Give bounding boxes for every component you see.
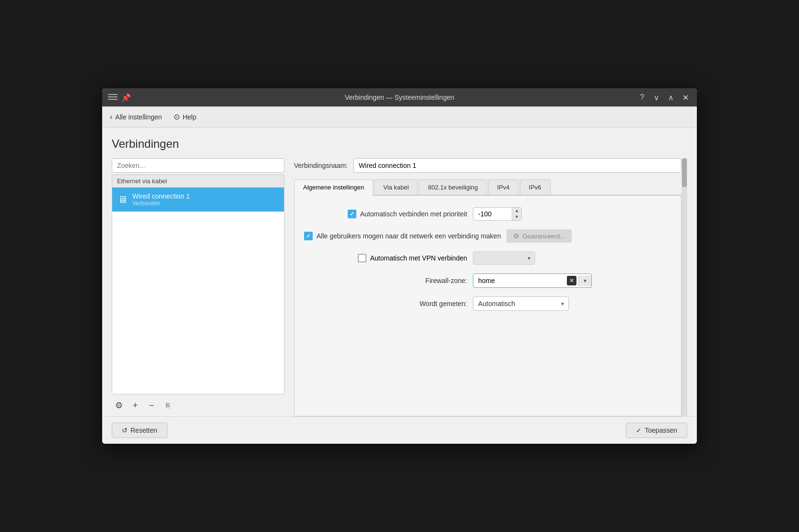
maximize-button[interactable]: ∧ <box>665 92 677 103</box>
auto-connect-label: Automatisch verbinden met prioriteit <box>360 210 467 218</box>
all-users-label: Alle gebruikers mogen naar dit netwerk e… <box>317 232 501 240</box>
main-content: Verbindingen Ethernet via kabel 🖥 Wired … <box>102 128 697 416</box>
layout: Ethernet via kabel 🖥 Wired connection 1 … <box>112 158 687 416</box>
tab-algemeen[interactable]: Algemene instellingen <box>294 179 373 196</box>
left-panel: Ethernet via kabel 🖥 Wired connection 1 … <box>112 158 284 416</box>
vpn-select[interactable] <box>473 251 535 265</box>
remove-connection-button[interactable]: − <box>144 398 159 413</box>
connection-name-label: Verbindingsnaam: <box>294 162 348 169</box>
firewall-clear-button[interactable]: ✕ <box>567 276 576 285</box>
connection-name-row: Verbindingsnaam: <box>294 158 682 173</box>
tab-kabel[interactable]: Via kabel <box>374 179 418 195</box>
connection-name-input[interactable] <box>353 158 682 173</box>
ethernet-icon: 🖥 <box>118 194 128 205</box>
page-title: Verbindingen <box>112 137 687 151</box>
connection-name: Wired connection 1 <box>132 192 190 200</box>
connection-group-label: Ethernet via kabel <box>112 175 284 188</box>
firewall-input[interactable] <box>473 274 567 287</box>
scrollbar[interactable] <box>682 158 687 416</box>
scrollbar-thumb <box>682 158 687 187</box>
connection-list: Ethernet via kabel 🖥 Wired connection 1 … <box>112 175 284 394</box>
all-users-row: Alle gebruikers mogen naar dit netwerk e… <box>304 229 671 243</box>
apply-button[interactable]: ✓ Toepassen <box>626 423 687 438</box>
tabs: Algemene instellingen Via kabel 802.1x b… <box>294 179 682 196</box>
titlebar-left: 📌 <box>108 93 131 102</box>
auto-connect-label-area: Automatisch verbinden met prioriteit <box>304 210 467 218</box>
vpn-checkbox[interactable] <box>358 254 366 262</box>
connection-info: Wired connection 1 Verbonden <box>132 192 190 207</box>
help-label: Help <box>183 113 197 121</box>
list-item[interactable]: 🖥 Wired connection 1 Verbonden <box>112 188 284 212</box>
metered-label-area: Wordt gemeten: <box>304 300 467 307</box>
help-circle-icon: ⊙ <box>174 112 180 121</box>
tab-content-algemeen: Automatisch verbinden met prioriteit ▲ ▼ <box>294 196 682 416</box>
metered-row: Wordt gemeten: Automatisch Ja Nee ▼ <box>304 296 671 311</box>
window-title: Verbindingen — Systeeminstellingen <box>345 94 454 101</box>
minimize-button[interactable]: ∨ <box>651 92 662 103</box>
metered-label: Wordt gemeten: <box>420 300 467 307</box>
help-button[interactable]: ? <box>636 92 648 103</box>
titlebar: 📌 Verbindingen — Systeeminstellingen ? ∨… <box>102 88 697 106</box>
spin-down-button[interactable]: ▼ <box>512 214 521 220</box>
main-window: 📌 Verbindingen — Systeeminstellingen ? ∨… <box>102 88 697 444</box>
metered-dropdown-wrapper: Automatisch Ja Nee ▼ <box>473 296 569 311</box>
settings-icon-button[interactable]: ⚙ <box>112 398 126 413</box>
help-toolbar-button[interactable]: ⊙ Help <box>174 112 197 121</box>
app-icon <box>108 94 118 101</box>
titlebar-controls: ? ∨ ∧ ✕ <box>636 92 691 103</box>
firewall-dropdown-button[interactable]: ▼ <box>578 275 591 286</box>
vpn-label-area: Automatisch met VPN verbinden <box>304 254 467 262</box>
toolbar: ‹ Alle instellingen ⊙ Help <box>102 106 697 128</box>
apply-label: Toepassen <box>645 426 677 434</box>
firewall-row: Firewall-zone: ✕ ▼ <box>304 273 671 288</box>
firewall-input-wrap: ✕ ▼ <box>473 273 592 288</box>
add-connection-button[interactable]: + <box>128 398 142 413</box>
spin-up-button[interactable]: ▲ <box>512 208 521 214</box>
gear-icon: ⚙ <box>513 232 519 240</box>
priority-input[interactable] <box>473 208 512 220</box>
priority-spinner: ▲ ▼ <box>473 207 522 221</box>
all-users-label-area: Alle gebruikers mogen naar dit netwerk e… <box>304 232 501 240</box>
remove-icon: − <box>149 401 154 411</box>
back-arrow-icon: ‹ <box>110 113 112 121</box>
auto-connect-row: Automatisch verbinden met prioriteit ▲ ▼ <box>304 207 671 221</box>
tab-ipv4[interactable]: IPv4 <box>488 179 519 195</box>
copy-icon: ⎘ <box>166 402 170 409</box>
close-button[interactable]: ✕ <box>680 92 691 103</box>
reset-label: Resetten <box>130 426 157 434</box>
connection-status: Verbonden <box>132 200 190 207</box>
footer: ↺ Resetten ✓ Toepassen <box>102 416 697 444</box>
vpn-dropdown-wrapper: ▼ <box>473 251 535 265</box>
apply-icon: ✓ <box>636 426 642 434</box>
vpn-row: Automatisch met VPN verbinden ▼ <box>304 251 671 265</box>
firewall-label-area: Firewall-zone: <box>304 277 467 284</box>
advanced-label: Geavanceerd... <box>522 233 565 240</box>
firewall-label: Firewall-zone: <box>425 277 467 284</box>
metered-select[interactable]: Automatisch Ja Nee <box>473 296 569 311</box>
right-with-scroll: Verbindingsnaam: Algemene instellingen V… <box>294 158 687 416</box>
add-icon: + <box>133 401 138 411</box>
search-input[interactable] <box>112 158 284 173</box>
bottom-toolbar: ⚙ + − ⎘ <box>112 394 284 416</box>
all-users-checkbox[interactable] <box>304 232 313 240</box>
back-label: Alle instellingen <box>115 113 162 121</box>
copy-connection-button[interactable]: ⎘ <box>161 398 175 413</box>
list-empty-area <box>112 212 284 379</box>
right-panel: Verbindingsnaam: Algemene instellingen V… <box>294 158 682 416</box>
advanced-button[interactable]: ⚙ Geavanceerd... <box>506 229 572 243</box>
back-button[interactable]: ‹ Alle instellingen <box>110 113 162 121</box>
vpn-label: Automatisch met VPN verbinden <box>370 254 467 262</box>
spin-arrows: ▲ ▼ <box>512 208 521 220</box>
reset-icon: ↺ <box>122 426 128 434</box>
pin-icon: 📌 <box>121 93 131 102</box>
tab-security[interactable]: 802.1x beveiliging <box>419 179 487 195</box>
tab-ipv6[interactable]: IPv6 <box>520 179 551 195</box>
sliders-icon: ⚙ <box>115 400 123 411</box>
reset-button[interactable]: ↺ Resetten <box>112 423 167 438</box>
auto-connect-checkbox[interactable] <box>348 210 356 218</box>
